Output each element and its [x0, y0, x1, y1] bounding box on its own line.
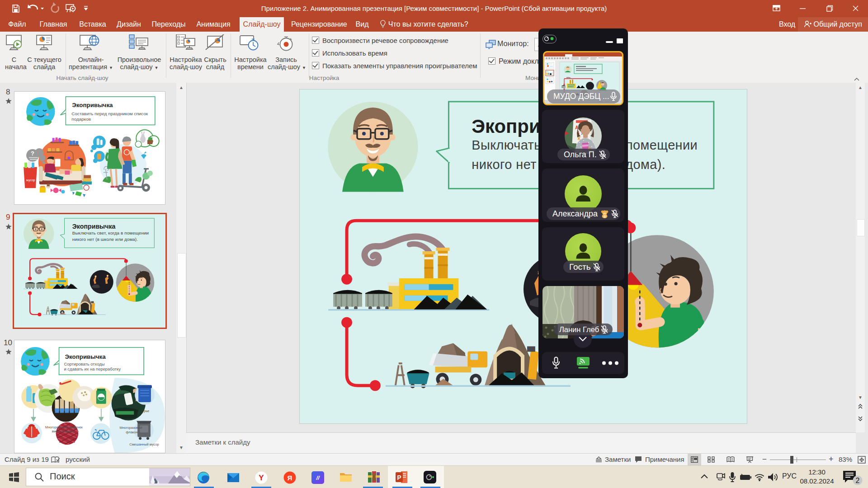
svg-text:Смешанный мусор: Смешанный мусор [129, 442, 159, 446]
svg-text:?: ? [31, 150, 34, 157]
svg-text:Экопривычка: Экопривычка [72, 102, 113, 108]
svg-text:Я: Я [288, 474, 292, 482]
svg-text:рье: рье [144, 409, 149, 413]
svg-text:Многоразовый: Многоразовый [119, 426, 142, 430]
svg-text:Сортировать отходы: Сортировать отходы [64, 361, 104, 366]
svg-text:вместо пакета: вместо пакета [52, 429, 75, 433]
svg-text:P: P [397, 474, 401, 481]
svg-text:Y: Y [259, 474, 264, 482]
svg-text:и сдавать их на переработку: и сдавать их на переработку [64, 366, 121, 371]
svg-text:2: 2 [856, 477, 860, 484]
svg-text:мусор: мусор [26, 178, 35, 182]
svg-text:Экопривычка: Экопривычка [65, 353, 106, 360]
svg-text:Составить перед праздником спи: Составить перед праздником список [71, 111, 148, 116]
svg-text:подарков: подарков [71, 117, 91, 122]
svg-text:Многоразовый мешочек: Многоразовый мешочек [45, 425, 83, 429]
svg-text://: // [316, 474, 320, 481]
svg-text:флакон: флакон [126, 430, 137, 434]
